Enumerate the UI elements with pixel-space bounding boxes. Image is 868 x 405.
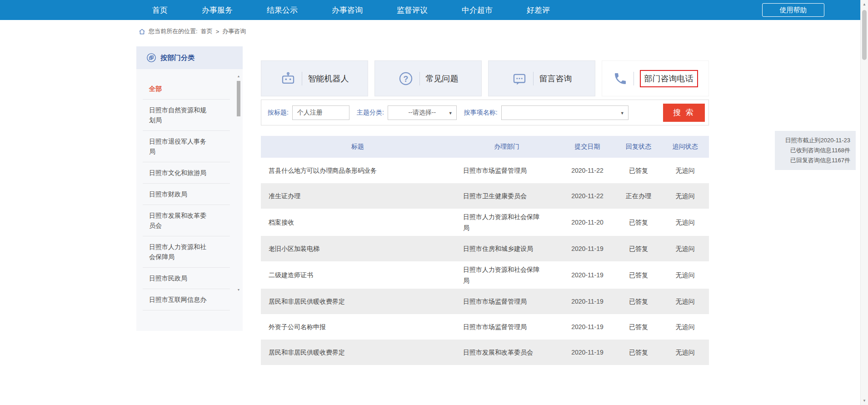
cell-reply-status: 已答复 [616,165,661,176]
sidebar-item[interactable]: 全部 [143,78,230,100]
scrollbar-thumb[interactable] [237,81,240,116]
tab-label: 留言咨询 [539,73,572,84]
nav-item[interactable]: 监督评议 [397,5,428,15]
tab-label: 智能机器人 [308,73,349,84]
cell-followup-status: 无追问 [661,296,709,307]
stats-line3: 已回复咨询信息1167件 [780,155,850,165]
cell-date: 2020-11-19 [559,296,616,307]
cell-followup-status: 无追问 [661,165,709,176]
table-header-row: 标题 办理部门 提交日期 回复状态 追问状态 [261,136,709,158]
breadcrumb-prefix: 您当前所在的位置: [149,27,198,35]
table-row[interactable]: 外资子公司名称申报 日照市市场监督管理局 2020-11-19 已答复 无追问 [261,314,709,340]
department-list: 全部 日照市自然资源和规划局 日照市退役军人事务局 日照市文化和旅游局 日照市财… [136,69,243,310]
nav-item[interactable]: 办事服务 [202,5,233,15]
sidebar-item[interactable]: 日照市财政局 [143,184,230,205]
cell-reply-status: 正在办理 [616,190,661,201]
cell-date: 2020-11-19 [559,243,616,254]
table-row[interactable]: 老旧小区加装电梯 日照市住房和城乡建设局 2020-11-19 已答复 无追问 [261,236,709,261]
tab-department-phone[interactable]: 部门咨询电话 [602,60,709,96]
cell-department: 日照市发展和改革委员会 [454,344,559,360]
sidebar-title: 按部门分类 [160,54,195,62]
sidebar-item[interactable]: 日照市民政局 [143,268,230,289]
divider [634,72,634,85]
nav-item[interactable]: 中介超市 [462,5,493,15]
sidebar-item[interactable]: 日照市退役军人事务局 [143,131,230,162]
sidebar-item[interactable]: 日照市文化和旅游局 [143,162,230,184]
cell-title[interactable]: 莒县什么地方可以办理商品条形码业务 [261,165,454,176]
title-search-input[interactable] [292,105,349,120]
nav-item[interactable]: 结果公示 [267,5,298,15]
table-row[interactable]: 二级建造师证书 日照市人力资源和社会保障局 2020-11-19 已答复 无追问 [261,261,709,289]
scrollbar-thumb[interactable] [862,10,867,60]
sidebar-item[interactable]: 日照市互联网信息办 [143,289,230,310]
cell-department: 日照市人力资源和社会保障局 [454,209,559,236]
chevron-down-icon: ▼ [449,111,453,115]
message-icon [512,71,527,86]
help-button[interactable]: 使用帮助 [762,3,824,17]
phone-icon [613,71,628,86]
sidebar-item[interactable]: 日照市自然资源和规划局 [143,100,230,131]
department-sidebar: 按部门分类 全部 日照市自然资源和规划局 日照市退役军人事务局 日照市文化和旅游… [136,46,243,331]
cell-department: 日照市住房和城乡建设局 [454,240,559,257]
nav-menu: 首页 办事服务 结果公示 办事咨询 监督评议 中介超市 好差评 [152,0,550,20]
cell-reply-status: 已答复 [616,217,661,228]
divider [533,72,534,85]
table-row[interactable]: 档案接收 日照市人力资源和社会保障局 2020-11-20 已答复 无追问 [261,209,709,236]
cell-date: 2020-11-19 [559,270,616,280]
table-header-cell: 办理部门 [454,143,559,151]
svg-text:?: ? [403,74,408,83]
cell-title[interactable]: 居民和非居民供暖收费界定 [261,296,454,307]
table-row[interactable]: 居民和非居民供暖收费界定 日照市发展和改革委员会 2020-11-19 已答复 … [261,340,709,365]
scroll-up-icon[interactable]: ▲ [236,75,241,78]
nav-item[interactable]: 办事咨询 [332,5,363,15]
cell-followup-status: 无追问 [661,243,709,254]
cell-date: 2020-11-22 [559,190,616,201]
table-row[interactable]: 莒县什么地方可以办理商品条形码业务 日照市市场监督管理局 2020-11-22 … [261,158,709,183]
tab-message-consult[interactable]: 留言咨询 [488,60,595,96]
nav-item[interactable]: 首页 [152,5,168,15]
stats-line2: 已收到咨询信息1168件 [780,145,850,155]
cell-title[interactable]: 外资子公司名称申报 [261,321,454,332]
sidebar-item[interactable]: 日照市人力资源和社会保障局 [143,236,230,268]
search-button[interactable]: 搜 索 [663,104,705,122]
page-scrollbar[interactable]: ▲ ▼ [860,0,868,405]
item-name-select[interactable]: ▼ [501,105,629,120]
breadcrumb: 您当前所在的位置: 首页 > 办事咨询 [139,27,246,35]
breadcrumb-home[interactable]: 首页 [201,27,213,35]
cell-title[interactable]: 准生证办理 [261,190,454,201]
cell-date: 2020-11-19 [559,321,616,332]
table-body: 莒县什么地方可以办理商品条形码业务 日照市市场监督管理局 2020-11-22 … [261,158,709,365]
cell-reply-status: 已答复 [616,347,661,358]
stats-line1: 日照市截止到2020-11-23 [780,135,850,145]
tab-faq[interactable]: ? 常见问题 [374,60,482,96]
cell-title[interactable]: 居民和非居民供暖收费界定 [261,347,454,358]
table-header-cell: 标题 [261,143,454,151]
scroll-down-icon[interactable]: ▼ [861,399,868,403]
item-filter-label: 按事项名称: [464,109,498,117]
cell-date: 2020-11-22 [559,165,616,176]
cell-department: 日照市人力资源和社会保障局 [454,261,559,289]
sidebar-item[interactable]: 日照市发展和改革委员会 [143,205,230,236]
table-header-cell: 提交日期 [559,143,616,151]
cell-title[interactable]: 老旧小区加装电梯 [261,243,454,254]
scroll-down-icon[interactable]: ▼ [236,288,241,292]
chevron-down-icon: ▼ [620,111,624,115]
tab-label-highlighted: 部门咨询电话 [640,70,698,87]
home-icon [139,28,145,35]
question-icon: ? [398,71,414,86]
cell-title[interactable]: 档案接收 [261,217,454,228]
sidebar-scrollbar[interactable]: ▲ ▼ [236,75,241,292]
table-row[interactable]: 居民和非居民供暖收费界定 日照市市场监督管理局 2020-11-19 已答复 无… [261,289,709,314]
cell-department: 日照市卫生健康委员会 [454,188,559,204]
tab-smart-robot[interactable]: 智能机器人 [261,60,368,96]
scroll-up-icon[interactable]: ▲ [861,2,868,6]
category-icon [146,53,156,63]
search-bar: 按标题: 主题分类: --请选择-- ▼ 按事项名称: ▼ 搜 索 [261,100,709,125]
category-select[interactable]: --请选择-- ▼ [388,105,457,120]
table-row[interactable]: 准生证办理 日照市卫生健康委员会 2020-11-22 正在办理 无追问 [261,183,709,209]
cell-reply-status: 已答复 [616,270,661,280]
nav-item[interactable]: 好差评 [527,5,550,15]
breadcrumb-current: 办事咨询 [222,27,246,35]
cell-date: 2020-11-20 [559,217,616,228]
cell-title[interactable]: 二级建造师证书 [261,270,454,280]
